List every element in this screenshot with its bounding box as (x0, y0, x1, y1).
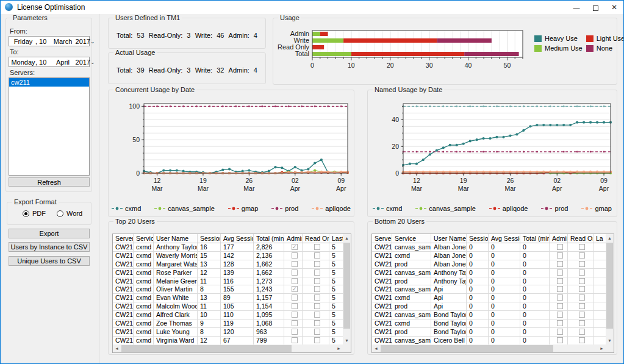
export-format-options: PDFWord (23, 210, 82, 217)
legend-line-marker-icon (228, 206, 239, 211)
column-header[interactable]: Service (392, 234, 431, 243)
scroll-left-icon[interactable]: ◄ (372, 344, 380, 352)
scroll-down-icon[interactable]: ▼ (343, 337, 351, 344)
to-date-picker[interactable]: Monday , 10 April 2017 ⌄ (9, 57, 90, 67)
from-date-picker[interactable]: Friday , 10 March 2017 ⌄ (9, 36, 90, 46)
column-header[interactable]: Admin (284, 234, 303, 243)
table-row[interactable]: CW211prodApi000 (372, 302, 606, 311)
column-header[interactable]: Avg Session (489, 234, 520, 243)
table-row[interactable]: CW211cxmdVirginia Ward12677995 (113, 337, 343, 345)
table-row[interactable]: CW211cxmdMargaret Watson131281,6625 (113, 260, 343, 269)
chevron-down-icon[interactable]: ⌄ (90, 38, 95, 45)
table-cell: 120 (221, 328, 254, 336)
table-cell: 2,826 (254, 243, 284, 251)
column-header[interactable]: Read Only (303, 234, 329, 243)
bottom20-table[interactable]: ServerServiceUser NameSessionsAvg Sessio… (371, 234, 614, 353)
table-cell (303, 337, 329, 344)
refresh-button[interactable]: Refresh (9, 177, 90, 187)
table-cell: 1,095 (254, 311, 284, 319)
summary-field: Admin:4 (229, 32, 257, 39)
column-header[interactable]: Service (134, 234, 154, 243)
table-row[interactable]: CW211cxmdMelanie Green111161,2735 (113, 277, 343, 286)
scroll-right-icon[interactable]: ► (598, 344, 606, 352)
table-row[interactable]: CW211canvas_sampleBond Taylor000 (372, 311, 606, 319)
table-row[interactable]: CW211cxmdAlban Jones000 (372, 252, 606, 260)
table-row[interactable]: CW211cxmdAlfred Clark101101,0955 (113, 311, 343, 319)
checkbox-icon (314, 269, 320, 276)
close-button[interactable]: ✕ (605, 1, 623, 14)
vertical-scrollbar[interactable]: ▲▼ (343, 234, 351, 344)
radio-icon[interactable] (57, 210, 63, 217)
column-header[interactable]: Sessions (467, 234, 489, 243)
column-header[interactable]: User Name (431, 234, 467, 243)
table-row[interactable]: CW211cxmdRose Parker121391,6625 (113, 269, 343, 277)
radio-word[interactable]: Word (57, 210, 82, 217)
table-cell: 0 (520, 311, 550, 319)
radio-pdf[interactable]: PDF (23, 210, 46, 217)
table-row[interactable]: CW211canvas_sampleAnthony Taylor000 (372, 269, 606, 277)
table-row[interactable]: CW211cxmdWaverly Morris151422,1365 (113, 252, 343, 260)
table-row[interactable]: CW211prodAlban Jones000 (372, 260, 606, 269)
table-row[interactable]: CW211canvas_sampleCicero Bell000 (372, 337, 606, 345)
scroll-down-icon[interactable]: ▼ (606, 337, 614, 344)
scroll-right-icon[interactable]: ► (335, 344, 343, 352)
legend-item: gmap (581, 205, 612, 212)
column-header[interactable]: La (594, 234, 606, 243)
table-cell: cxmd (134, 243, 154, 251)
table-row[interactable]: CW211cxmdBond Taylor000 (372, 319, 606, 328)
table-row[interactable]: CW211cxmdZoe Thomas91191,0685 (113, 319, 343, 328)
scroll-left-icon[interactable]: ◄ (113, 344, 121, 352)
maximize-button[interactable] (586, 1, 604, 14)
column-header[interactable]: Read Only (568, 234, 594, 243)
column-header[interactable]: Avg Session (221, 234, 254, 243)
table-cell: 0 (489, 328, 520, 336)
column-header[interactable]: Server (113, 234, 134, 243)
column-header[interactable]: User Name (154, 234, 198, 243)
scroll-up-icon[interactable]: ▲ (606, 234, 614, 242)
scrollbar-thumb[interactable] (121, 345, 292, 352)
table-viewport: ServerServiceUser NameSessionsAvg Sessio… (113, 234, 343, 352)
scrollbar-thumb[interactable] (381, 345, 553, 352)
table-row[interactable]: CW211canvas_sampleApi000 (372, 285, 606, 294)
from-day: , 10 (35, 38, 51, 45)
table-cell (550, 260, 568, 268)
table-row[interactable]: CW211cxmdOliver Martin81551,243✓5 (113, 285, 343, 294)
from-label: From: (10, 27, 27, 35)
scrollbar-thumb[interactable] (343, 243, 350, 329)
server-list-item[interactable]: cw211 (9, 78, 89, 87)
table-row[interactable]: CW211cxmdMalcolm Wood111051,1545 (113, 302, 343, 311)
column-header[interactable]: Sessions (198, 234, 221, 243)
top20-table[interactable]: ServerServiceUser NameSessionsAvg Sessio… (112, 234, 351, 353)
table-cell (594, 328, 606, 336)
column-header[interactable]: Total (mins) (520, 234, 550, 243)
horizontal-scrollbar[interactable]: ◄► (113, 344, 343, 352)
minimize-button[interactable]: — (567, 1, 586, 14)
table-row[interactable]: CW211prodBond Taylor000 (372, 328, 606, 337)
scrollbar-thumb[interactable] (606, 243, 613, 329)
radio-icon[interactable] (23, 210, 29, 217)
scroll-up-icon[interactable]: ▲ (343, 234, 351, 242)
checkbox-icon (314, 320, 320, 326)
chevron-down-icon[interactable]: ⌄ (90, 59, 95, 65)
column-header[interactable]: Server (372, 234, 392, 243)
title-bar[interactable]: License Optimisation — ✕ (1, 1, 623, 14)
table-cell (303, 319, 329, 327)
vertical-scrollbar[interactable]: ▲▼ (606, 234, 614, 344)
column-header[interactable]: Admin (550, 234, 568, 243)
radio-label: Word (66, 210, 82, 217)
servers-listbox[interactable]: cw211 (9, 77, 90, 176)
column-header[interactable]: Total (mins) (254, 234, 284, 243)
table-row[interactable]: CW211prodAnthony Taylor000 (372, 277, 606, 286)
table-row[interactable]: CW211cxmdEvan White13891,1575 (113, 294, 343, 302)
horizontal-scrollbar[interactable]: ◄► (372, 344, 606, 352)
users-by-instance-csv-button[interactable]: Users by Instance to CSV (9, 242, 90, 252)
export-button[interactable]: Export (9, 229, 90, 238)
unique-users-csv-button[interactable]: Unique Users to CSV (9, 256, 90, 266)
table-row[interactable]: CW211cxmdAnthony Taylor161772,826✓5 (113, 243, 343, 252)
column-header[interactable]: Last Log (329, 234, 343, 243)
field-value: 3 (187, 32, 190, 39)
table-row[interactable]: CW211cxmdApi000 (372, 294, 606, 302)
table-row[interactable]: CW211cxmdLuke Young81209635 (113, 328, 343, 337)
table-cell: CW211 (372, 311, 392, 319)
table-row[interactable]: CW211canvas_sampleAlban Jones000 (372, 243, 606, 252)
